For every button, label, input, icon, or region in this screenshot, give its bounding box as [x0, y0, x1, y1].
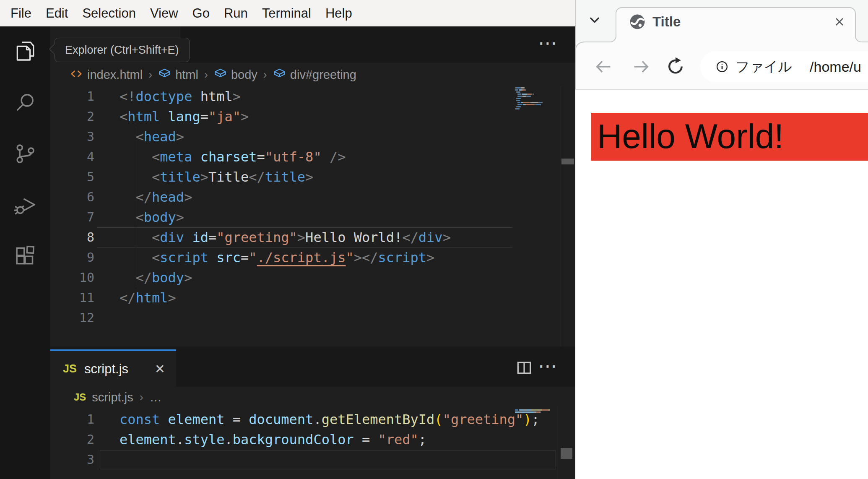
line-number: 6: [50, 187, 94, 207]
chevron-right-icon: ›: [263, 68, 268, 81]
activity-run-debug-button[interactable]: [0, 180, 50, 231]
symbol-cube-icon: [273, 68, 286, 82]
symbol-cube-icon: [214, 68, 227, 82]
code-line[interactable]: 3 <head>: [50, 127, 575, 147]
line-content: <div id="greeting">Hello World!</div>: [120, 227, 451, 247]
code-line[interactable]: 11</html>: [50, 288, 575, 308]
tab-label: script.js: [77, 362, 128, 377]
line-number: 5: [50, 167, 94, 187]
menu-item-run[interactable]: Run: [217, 0, 255, 26]
panel-breadcrumb: JS script.js › …: [50, 387, 575, 408]
minimap-html[interactable]: [515, 86, 550, 111]
breadcrumb-file[interactable]: script.js: [92, 390, 133, 404]
line-number: 9: [50, 247, 94, 268]
scrollbar-track: [560, 406, 560, 479]
code-line[interactable]: 4 <meta charset="utf-8" />: [50, 147, 575, 167]
active-tab-accent: [50, 349, 176, 351]
line-content: <body>: [120, 207, 184, 227]
back-button[interactable]: [594, 57, 613, 78]
code-line[interactable]: 9 <script src="./script.js"></script>: [50, 247, 575, 268]
line-content: </head>: [120, 187, 192, 207]
line-content: </html>: [120, 288, 176, 308]
panel-more-actions-icon[interactable]: ⋯: [538, 357, 558, 374]
activity-extensions-button[interactable]: [0, 231, 50, 282]
browser-window: Title: [575, 0, 868, 479]
run-and-debug-icon: [13, 193, 37, 218]
code-line[interactable]: 6 </head>: [50, 187, 575, 207]
tab-script-js[interactable]: JS script.js ✕: [50, 351, 176, 387]
code-line[interactable]: 7 <body>: [50, 207, 575, 227]
symbol-cube-icon: [158, 68, 171, 82]
activity-explorer-button[interactable]: [0, 26, 50, 78]
address-bar[interactable]: ファイル /home/u: [700, 51, 868, 82]
js-code-editor[interactable]: 1const element = document.getElementById…: [50, 409, 575, 470]
info-icon[interactable]: [715, 59, 730, 74]
address-url[interactable]: /home/u: [810, 59, 861, 75]
activity-bar: [0, 26, 50, 479]
js-file-icon: JS: [74, 391, 86, 403]
code-line[interactable]: 1const element = document.getElementById…: [50, 409, 575, 430]
activity-search-button[interactable]: [0, 78, 50, 129]
line-content: <meta charset="utf-8" />: [120, 147, 346, 167]
forward-button[interactable]: [632, 57, 651, 78]
line-number: 2: [50, 430, 94, 450]
code-line[interactable]: 12: [50, 308, 575, 328]
search-icon: [13, 91, 37, 116]
breadcrumb: index.html›html›body›div#greeting: [50, 63, 575, 86]
split-editor-icon[interactable]: [515, 359, 533, 379]
globe-favicon: [628, 13, 647, 33]
vscode-menubar: FileEditSelectionViewGoRunTerminalHelp: [0, 0, 575, 26]
breadcrumb-item-div-greeting[interactable]: div#greeting: [273, 68, 356, 82]
chevron-right-icon: ›: [148, 68, 153, 81]
line-number: 12: [50, 308, 94, 328]
breadcrumb-label: body: [231, 68, 257, 82]
breadcrumb-item-index-html[interactable]: index.html: [70, 67, 143, 82]
files-icon: [13, 39, 37, 65]
close-tab-icon[interactable]: [832, 14, 847, 31]
menu-item-view[interactable]: View: [143, 0, 185, 26]
code-line[interactable]: 5 <title>Title</title>: [50, 167, 575, 187]
code-line[interactable]: 10 </body>: [50, 268, 575, 288]
indent-guide: [136, 127, 136, 288]
code-line[interactable]: 3: [50, 450, 575, 470]
minimap-js[interactable]: [515, 409, 550, 414]
scrollbar-handle[interactable]: [561, 448, 572, 459]
code-line[interactable]: 2element.style.backgroundColor = "red";: [50, 430, 575, 450]
browser-tab[interactable]: [575, 0, 868, 55]
greeting-banner: Hello World!: [591, 113, 868, 161]
line-content: </body>: [120, 268, 192, 288]
editor-more-actions-icon[interactable]: ⋯: [538, 34, 558, 51]
breadcrumb-item-body[interactable]: body: [214, 68, 257, 82]
scrollbar-handle[interactable]: [561, 159, 574, 164]
html-code-editor[interactable]: 1<!doctype html>2<html lang="ja">3 <head…: [50, 86, 575, 328]
menu-item-terminal[interactable]: Terminal: [255, 0, 318, 26]
window-edge: [575, 0, 576, 89]
breadcrumb-label: html: [175, 68, 198, 82]
line-number: 3: [50, 450, 94, 470]
explorer-tooltip: Explorer (Ctrl+Shift+E): [55, 38, 190, 62]
code-line[interactable]: 1<!doctype html>: [50, 86, 575, 107]
menu-item-go[interactable]: Go: [185, 0, 217, 26]
code-line[interactable]: 2<html lang="ja">: [50, 107, 575, 127]
close-tab-icon[interactable]: ✕: [155, 362, 165, 376]
breadcrumb-symbol[interactable]: …: [150, 390, 162, 404]
screen: FileEditSelectionViewGoRunTerminalHelp: [0, 0, 868, 479]
minimap-line: [515, 411, 550, 413]
line-content: <head>: [120, 127, 184, 147]
reload-button[interactable]: [666, 56, 686, 78]
code-line[interactable]: 8 <div id="greeting">Hello World!</div>: [50, 227, 575, 247]
activity-source-control-button[interactable]: [0, 129, 50, 180]
menu-item-file[interactable]: File: [3, 0, 39, 26]
line-content: element.style.backgroundColor = "red";: [120, 430, 426, 450]
file-scheme-chip[interactable]: ファイル: [735, 57, 792, 76]
tab-list-chevron-icon[interactable]: [586, 12, 603, 30]
line-content: <!doctype html>: [120, 86, 241, 107]
breadcrumb-label: index.html: [87, 68, 143, 82]
browser-tab-title: Title: [652, 14, 681, 30]
menu-item-edit[interactable]: Edit: [39, 0, 75, 26]
chevron-right-icon: ›: [204, 68, 208, 81]
line-content: <title>Title</title>: [120, 167, 313, 187]
breadcrumb-item-html[interactable]: html: [158, 68, 198, 82]
menu-item-help[interactable]: Help: [318, 0, 359, 26]
menu-item-selection[interactable]: Selection: [75, 0, 143, 26]
